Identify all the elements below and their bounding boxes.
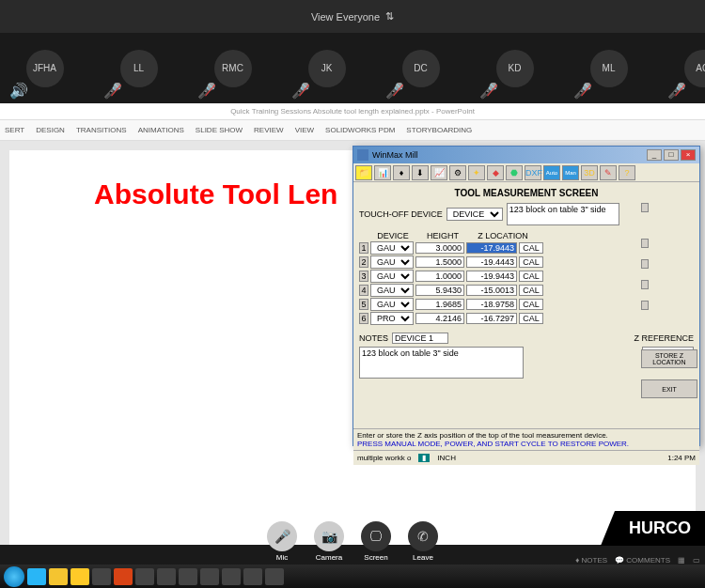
view-slideshow-icon[interactable]: ▭	[693, 556, 700, 565]
store-z-button[interactable]: STORE Z LOCATION	[641, 349, 697, 368]
toolbar-btn-3[interactable]: ♦	[393, 165, 410, 180]
ribbon-tab[interactable]: ANIMATIONS	[138, 126, 184, 134]
side-fkey-4[interactable]	[641, 280, 649, 289]
ribbon-tab[interactable]: SLIDE SHOW	[196, 126, 243, 134]
cal-button[interactable]: CAL	[519, 271, 543, 282]
device-select[interactable]: GAUGE	[370, 298, 414, 311]
participant-tile[interactable]: DC🎤̸	[381, 50, 461, 87]
participant-tile[interactable]: RMC🎤̸	[193, 50, 273, 87]
toolbar-btn-9[interactable]: ⬣	[506, 165, 523, 180]
winmax-help: Enter or store the Z axis position of th…	[353, 428, 699, 450]
view-mode-label[interactable]: View Everyone	[311, 11, 380, 23]
winmax-body: TOOL MEASUREMENT SCREEN TOUCH-OFF DEVICE…	[353, 182, 699, 428]
taskbar-app5-icon[interactable]	[200, 568, 219, 585]
ribbon-tab[interactable]: REVIEW	[254, 126, 284, 134]
taskbar-explorer-icon[interactable]	[70, 568, 89, 585]
avatar: JK	[308, 50, 346, 87]
side-fkey-5[interactable]	[641, 301, 649, 310]
zlocation-input[interactable]	[466, 313, 517, 324]
toolbar-btn-13[interactable]: 3D	[581, 165, 598, 180]
toolbar-btn-help[interactable]: ?	[619, 165, 635, 180]
cal-button[interactable]: CAL	[519, 313, 543, 324]
device-select[interactable]: GAUGE	[370, 284, 414, 297]
participant-tile[interactable]: JFHA🔊	[5, 50, 85, 87]
taskbar-app4-icon[interactable]	[179, 568, 197, 585]
cal-button[interactable]: CAL	[519, 285, 543, 296]
avatar: ML	[590, 50, 628, 87]
taskbar-ie-icon[interactable]	[27, 568, 46, 585]
height-input[interactable]	[415, 285, 464, 296]
notes-textarea[interactable]: 123 block on table 3" side	[359, 347, 524, 379]
cal-button[interactable]: CAL	[519, 256, 543, 268]
comments-btn[interactable]: 💬 COMMENTS	[615, 556, 670, 565]
device-select[interactable]: GAUGE	[370, 270, 414, 283]
taskbar-ppt-icon[interactable]	[114, 568, 133, 585]
zlocation-input[interactable]	[466, 271, 517, 282]
height-input[interactable]	[415, 313, 464, 324]
meeting-top-bar: View Everyone ⇅	[0, 0, 705, 33]
height-input[interactable]	[415, 242, 464, 254]
height-input[interactable]	[415, 299, 464, 310]
participant-tile[interactable]: LL🎤̸	[99, 50, 179, 87]
chevron-updown-icon[interactable]: ⇅	[385, 10, 394, 23]
touchoff-device-select[interactable]: DEVICE 1	[446, 208, 503, 221]
zlocation-input[interactable]	[466, 242, 517, 254]
start-button[interactable]	[4, 566, 24, 587]
toolbar-btn-5[interactable]: 📈	[431, 165, 447, 180]
toolbar-btn-6[interactable]: ⚙	[449, 165, 466, 180]
height-input[interactable]	[415, 256, 464, 268]
ribbon-tab[interactable]: STORYBOARDING	[406, 126, 472, 134]
toolbar-btn-4[interactable]: ⬇	[412, 165, 429, 180]
participant-tile[interactable]: KD🎤̸	[475, 50, 555, 87]
ribbon-tab[interactable]: SERT	[5, 126, 24, 134]
maximize-button[interactable]: □	[664, 149, 679, 161]
windows-taskbar[interactable]	[0, 565, 705, 588]
side-fkey-2[interactable]	[641, 239, 649, 248]
toolbar-btn-2[interactable]: 📊	[374, 165, 391, 180]
camera-button[interactable]: 📷Camera	[314, 521, 344, 562]
toolbar-btn-7[interactable]: ✦	[468, 165, 485, 180]
minimize-button[interactable]: _	[647, 149, 662, 161]
mic-button[interactable]: 🎤Mic	[267, 521, 297, 562]
taskbar-app6-icon[interactable]	[222, 568, 241, 585]
taskbar-app7-icon[interactable]	[243, 568, 262, 585]
device-select[interactable]: GAUGE	[370, 255, 414, 269]
notes-btn[interactable]: ♦ NOTES	[575, 556, 607, 565]
participant-tile[interactable]: AG🎤̸	[663, 50, 705, 87]
taskbar-app8-icon[interactable]	[265, 568, 284, 585]
toolbar-btn-1[interactable]: 📁	[355, 165, 372, 180]
cal-button[interactable]: CAL	[519, 299, 543, 310]
toolbar-btn-8[interactable]: ◆	[487, 165, 504, 180]
zlocation-input[interactable]	[466, 285, 517, 296]
ribbon-tab[interactable]: DESIGN	[36, 126, 65, 134]
toolbar-btn-10[interactable]: DXF	[525, 165, 541, 180]
toolbar-btn-14[interactable]: ✎	[600, 165, 617, 180]
side-fkey-1[interactable]	[641, 203, 649, 212]
taskbar-app2-icon[interactable]	[135, 568, 154, 585]
view-normal-icon[interactable]: ▦	[678, 556, 685, 565]
ribbon-tab[interactable]: SOLIDWORKS PDM	[325, 126, 395, 134]
zlocation-input[interactable]	[466, 256, 517, 268]
taskbar-chrome-icon[interactable]	[49, 568, 68, 585]
leave-button[interactable]: ✆Leave	[408, 521, 438, 562]
notes-device[interactable]	[392, 333, 448, 344]
device-select[interactable]: PROBE	[370, 312, 414, 325]
winmax-titlebar[interactable]: WinMax Mill _ □ ×	[353, 147, 699, 163]
height-input[interactable]	[415, 271, 464, 282]
toolbar-btn-11[interactable]: Auto	[543, 165, 560, 180]
screen-button[interactable]: 🖵Screen	[361, 521, 391, 562]
ribbon-tab[interactable]: VIEW	[295, 126, 314, 134]
participant-tile[interactable]: JK🎤̸	[287, 50, 367, 87]
ribbon-tab[interactable]: TRANSITIONS	[76, 126, 127, 134]
zlocation-input[interactable]	[466, 299, 517, 310]
device-select[interactable]: GAUGE	[370, 241, 414, 255]
participant-tile[interactable]: ML🎤̸	[569, 50, 649, 87]
cal-button[interactable]: CAL	[519, 242, 543, 254]
exit-button[interactable]: EXIT	[641, 379, 697, 398]
toolbar-btn-12[interactable]: Man	[562, 165, 579, 180]
taskbar-app3-icon[interactable]	[157, 568, 176, 585]
close-button[interactable]: ×	[681, 149, 696, 161]
taskbar-app-icon[interactable]	[92, 568, 111, 585]
side-fkey-3[interactable]	[641, 259, 649, 269]
touchoff-desc[interactable]: 123 block on table 3" side	[507, 203, 619, 225]
